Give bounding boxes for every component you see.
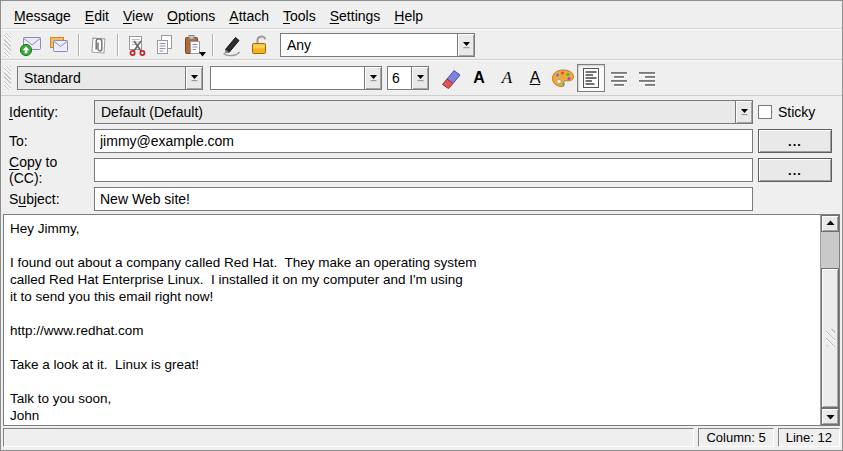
underline-label: A — [530, 69, 541, 87]
encrypt-message-button[interactable] — [246, 31, 274, 59]
eraser-format-button[interactable] — [437, 64, 465, 92]
menubar: Message Edit View Options Attach Tools S… — [1, 1, 842, 29]
align-right-icon — [636, 67, 658, 89]
mail-composer-window: Message Edit View Options Attach Tools S… — [0, 0, 843, 451]
chevron-down-icon — [416, 74, 425, 82]
message-body-editor[interactable]: Hey Jimmy, I found out about a company c… — [4, 215, 820, 425]
align-center-icon — [608, 67, 630, 89]
text-color-button[interactable] — [549, 64, 577, 92]
identity-dropdown-button[interactable] — [735, 101, 752, 123]
scroll-up-button[interactable] — [821, 215, 839, 232]
arrow-down-icon — [826, 413, 835, 420]
font-family-dropdown-button[interactable] — [364, 67, 381, 89]
italic-button[interactable]: A — [493, 64, 521, 92]
scrollbar-grip-icon — [826, 329, 835, 347]
subject-label: Subject: — [5, 191, 94, 207]
underline-button[interactable]: A — [521, 64, 549, 92]
align-left-button[interactable] — [577, 64, 605, 92]
italic-label: A — [502, 68, 512, 88]
toolbar-separator — [212, 34, 213, 56]
toolbar-separator — [78, 34, 79, 56]
bold-label: A — [473, 69, 485, 87]
status-column-indicator: Column: 5 — [698, 428, 773, 447]
font-size-combobox[interactable]: 6 — [387, 66, 429, 90]
chevron-down-icon — [190, 74, 199, 82]
copy-button[interactable] — [151, 31, 179, 59]
menu-settings[interactable]: Settings — [323, 5, 388, 27]
attach-file-button[interactable] — [84, 31, 112, 59]
to-label: To: — [5, 133, 94, 149]
vertical-scrollbar[interactable] — [820, 215, 839, 425]
status-message-panel — [3, 428, 694, 447]
cut-icon — [125, 33, 149, 57]
cc-label: Copy to (CC): — [5, 154, 94, 186]
paragraph-style-value: Standard — [18, 67, 185, 89]
bold-button[interactable]: A — [465, 64, 493, 92]
queue-mail-button[interactable] — [45, 31, 73, 59]
message-body-area: Hey Jimmy, I found out about a company c… — [3, 214, 840, 426]
arrow-up-icon — [826, 220, 835, 227]
send-mail-icon — [19, 33, 43, 57]
send-mail-button[interactable] — [17, 31, 45, 59]
scrollbar-trough[interactable] — [821, 232, 839, 268]
font-size-value: 6 — [388, 67, 411, 89]
identity-label: Identity: — [5, 104, 94, 120]
paste-button[interactable] — [179, 31, 207, 59]
menu-attach[interactable]: Attach — [222, 5, 276, 27]
font-family-combobox[interactable] — [210, 66, 382, 90]
align-center-button[interactable] — [605, 64, 633, 92]
subject-input[interactable] — [94, 187, 753, 211]
identity-value: Default (Default) — [95, 101, 735, 123]
eraser-icon — [439, 66, 463, 90]
cut-button[interactable] — [123, 31, 151, 59]
toolbar-drag-handle[interactable] — [4, 33, 11, 57]
chevron-down-icon — [462, 41, 471, 49]
menu-options[interactable]: Options — [160, 5, 222, 27]
sticky-checkbox[interactable] — [758, 105, 772, 119]
text-color-palette-icon — [550, 66, 576, 90]
queue-mail-icon — [47, 33, 71, 57]
to-row: To: ... — [5, 129, 838, 153]
identity-combobox[interactable]: Default (Default) — [94, 100, 753, 124]
copy-icon — [153, 33, 177, 57]
chevron-down-icon — [740, 108, 749, 116]
status-line-indicator: Line: 12 — [778, 428, 840, 447]
message-headers: Identity: Default (Default) Sticky To: — [1, 96, 842, 214]
menu-edit[interactable]: Edit — [78, 5, 116, 27]
to-input[interactable] — [94, 129, 753, 153]
cc-row: Copy to (CC): ... — [5, 158, 838, 182]
scrollbar-thumb[interactable] — [821, 268, 839, 408]
to-address-picker-button[interactable]: ... — [758, 129, 832, 153]
font-size-dropdown-button[interactable] — [411, 67, 428, 89]
attach-file-icon — [86, 33, 110, 57]
chevron-down-icon — [369, 74, 378, 82]
statusbar: Column: 5 Line: 12 — [1, 426, 842, 450]
menu-view[interactable]: View — [116, 5, 160, 27]
recipient-filter-combobox[interactable]: Any — [280, 33, 475, 57]
paragraph-style-combobox[interactable]: Standard — [17, 66, 203, 90]
identity-row: Identity: Default (Default) Sticky — [5, 100, 838, 124]
main-toolbar: Any — [1, 29, 842, 60]
scroll-down-button[interactable] — [821, 408, 839, 425]
paragraph-style-dropdown-button[interactable] — [185, 67, 202, 89]
recipient-filter-value: Any — [281, 34, 457, 56]
format-toolbar: Standard 6 A A — [1, 60, 842, 96]
cc-input[interactable] — [94, 158, 753, 182]
menu-message[interactable]: Message — [7, 5, 78, 27]
menu-tools[interactable]: Tools — [276, 5, 323, 27]
align-left-icon — [580, 67, 602, 89]
encrypt-message-icon — [248, 33, 272, 57]
recipient-filter-dropdown-button[interactable] — [457, 34, 474, 56]
sticky-label: Sticky — [778, 104, 815, 120]
sign-message-button[interactable] — [218, 31, 246, 59]
toolbar-drag-handle[interactable] — [4, 66, 11, 90]
align-right-button[interactable] — [633, 64, 661, 92]
subject-row: Subject: — [5, 187, 838, 211]
paste-dropdown-arrow-icon — [199, 52, 206, 57]
sign-message-icon — [220, 33, 244, 57]
toolbar-separator — [117, 34, 118, 56]
menu-help[interactable]: Help — [387, 5, 430, 27]
cc-address-picker-button[interactable]: ... — [758, 158, 832, 182]
font-family-value — [211, 67, 364, 89]
